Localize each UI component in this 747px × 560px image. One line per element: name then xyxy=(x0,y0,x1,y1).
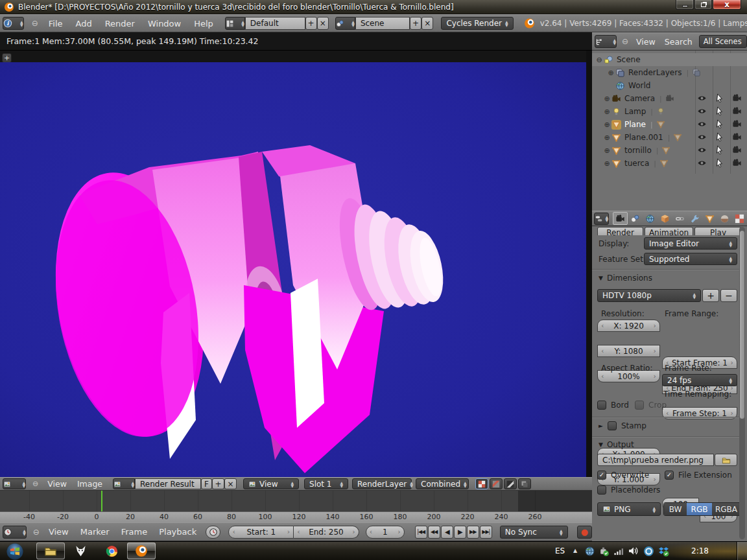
outliner-row-plane[interactable]: ⊕ Plane | xyxy=(592,118,747,131)
slot-dropdown[interactable]: Slot 1▲▼ xyxy=(304,478,348,489)
outliner-row-renderlayers[interactable]: ⊕ RenderLayers | xyxy=(592,66,747,79)
close-button[interactable]: x xyxy=(713,0,741,10)
image-menu-view[interactable]: View xyxy=(47,479,67,489)
scene-icon-button[interactable]: ▲▼ xyxy=(335,17,355,30)
channel-z-button[interactable] xyxy=(518,478,531,489)
current-frame-field[interactable]: 1 xyxy=(366,526,405,539)
show-hidden-icons-button[interactable]: ▲ xyxy=(573,548,577,554)
outliner-row-tornillo[interactable]: ⊕ tornillo | xyxy=(592,144,747,157)
menu-help[interactable]: Help xyxy=(194,19,213,29)
selectability-cursor-icon[interactable] xyxy=(715,106,724,116)
scrollbar-thumb[interactable] xyxy=(740,231,744,419)
image-datablock-field[interactable]: Render Result xyxy=(135,478,201,489)
taskbar-blender-button[interactable] xyxy=(127,542,156,559)
timeline-ruler[interactable]: -40 -20 0 20 40 60 80 100 120 140 160 18… xyxy=(0,511,592,522)
tab-modifiers[interactable] xyxy=(687,212,702,225)
output-panel-header[interactable]: ▼ Output xyxy=(599,440,634,449)
editor-divider[interactable] xyxy=(586,51,592,477)
tray-signal-icon[interactable] xyxy=(613,546,624,556)
rgb-button[interactable]: RGB xyxy=(687,503,712,515)
channel-color-alpha-button[interactable] xyxy=(475,478,488,489)
editor-type-button[interactable]: ▲▼ xyxy=(3,478,26,489)
crop-checkbox[interactable] xyxy=(635,401,644,410)
outliner-row-tuerca[interactable]: ⊕ tuerca | xyxy=(592,157,747,170)
editor-type-button[interactable]: ▲▼ xyxy=(595,35,617,48)
delete-scene-button[interactable]: × xyxy=(421,17,433,30)
start-frame-field[interactable]: Start: 1 xyxy=(228,526,294,539)
render-preset-dropdown[interactable]: HDTV 1080p▲▼ xyxy=(597,289,701,302)
placeholders-checkbox-row[interactable]: Placeholders xyxy=(597,485,660,495)
end-frame-field[interactable]: End: 250 xyxy=(294,526,359,539)
taskbar-fox-icon[interactable] xyxy=(75,545,87,557)
tray-speaker-icon[interactable] xyxy=(628,546,638,556)
fake-user-button[interactable]: F xyxy=(201,478,212,489)
add-preset-button[interactable]: + xyxy=(702,289,719,302)
render-restrict-icon[interactable] xyxy=(732,93,742,103)
show-desktop-button[interactable] xyxy=(737,542,747,560)
display-dropdown[interactable]: Image Editor▲▼ xyxy=(644,237,737,250)
new-image-button[interactable]: + xyxy=(212,478,224,489)
visibility-eye-icon[interactable] xyxy=(697,106,707,116)
tab-scene[interactable] xyxy=(628,212,643,225)
render-restrict-icon[interactable] xyxy=(732,158,742,168)
timeline-menu-frame[interactable]: Frame xyxy=(121,527,148,537)
frame-rate-dropdown[interactable]: 24 fps▲▼ xyxy=(662,374,737,386)
restore-button[interactable] xyxy=(694,0,712,10)
collapse-menus-icon[interactable]: ⊖ xyxy=(33,528,40,537)
expand-icon[interactable]: ⊕ xyxy=(602,121,611,129)
tab-material[interactable] xyxy=(717,212,732,225)
stamp-checkbox[interactable] xyxy=(608,421,617,430)
image-menu-image[interactable]: Image xyxy=(77,479,102,489)
jump-to-end-button[interactable]: ▶▶| xyxy=(480,526,492,539)
render-button[interactable]: Render xyxy=(597,227,643,235)
feature-set-dropdown[interactable]: Supported▲▼ xyxy=(644,253,737,265)
outliner-row-plane001[interactable]: ⊕ Plane.001 | xyxy=(592,131,747,144)
visibility-eye-icon[interactable] xyxy=(697,158,707,168)
timeline-menu-view[interactable]: View xyxy=(49,527,69,537)
timeline-tracks[interactable] xyxy=(0,491,592,511)
current-frame-marker[interactable] xyxy=(101,491,102,511)
remove-preset-button[interactable]: − xyxy=(720,289,737,302)
outliner-menu-view[interactable]: View xyxy=(636,37,656,47)
play-reverse-button[interactable]: ◀ xyxy=(441,526,453,539)
delete-layout-button[interactable]: × xyxy=(317,17,329,30)
timeline-menu-playback[interactable]: Playback xyxy=(159,527,196,537)
overwrite-checkbox-row[interactable]: ✓ Overwrite xyxy=(597,471,649,480)
collapse-menus-icon[interactable]: ⊖ xyxy=(32,480,38,488)
stamp-panel-header[interactable]: ► Stamp xyxy=(599,421,646,430)
unlink-image-button[interactable]: × xyxy=(224,478,237,489)
expand-icon[interactable]: ⊕ xyxy=(602,146,611,155)
tray-dropbox-icon[interactable] xyxy=(658,546,669,557)
play-button[interactable]: Play xyxy=(694,227,742,235)
resolution-y-field[interactable]: Y: 1080 xyxy=(597,345,660,357)
autokey-record-button[interactable]: ● xyxy=(577,526,592,539)
preview-range-button[interactable] xyxy=(206,526,220,539)
image-datablock-icon-button[interactable]: ▲▼ xyxy=(113,478,135,489)
expand-icon[interactable]: ⊕ xyxy=(602,95,611,103)
expand-icon[interactable]: ⊖ xyxy=(595,56,604,64)
tray-network-globe-icon[interactable] xyxy=(584,546,595,557)
clock[interactable]: 2:18 xyxy=(691,546,709,555)
tab-object-data[interactable] xyxy=(702,212,717,225)
screen-layout-field[interactable]: Default xyxy=(245,17,305,30)
add-layout-button[interactable]: + xyxy=(305,17,317,30)
selectability-cursor-icon[interactable] xyxy=(715,145,724,155)
editor-type-button[interactable]: ▲▼ xyxy=(594,213,609,225)
view-mode-dropdown[interactable]: View ▲▼ xyxy=(243,478,299,489)
properties-scrollbar[interactable] xyxy=(739,227,745,539)
render-engine-dropdown[interactable]: Cycles Render ▲▼ xyxy=(441,17,513,30)
channel-color-button[interactable] xyxy=(490,478,503,489)
expand-icon[interactable]: ⊕ xyxy=(602,159,611,168)
animation-button[interactable]: Animation xyxy=(645,227,693,235)
tab-render[interactable] xyxy=(613,212,628,225)
outliner-row-camera[interactable]: ⊕ Camera | xyxy=(592,92,747,105)
taskbar-chrome-icon[interactable] xyxy=(106,545,118,557)
start-button[interactable] xyxy=(6,542,24,560)
resolution-x-field[interactable]: X: 1920 xyxy=(597,320,660,332)
scene-field[interactable]: Scene xyxy=(355,17,410,30)
menu-window[interactable]: Window xyxy=(148,19,181,29)
render-layer-dropdown[interactable]: RenderLayer▲▼ xyxy=(352,478,412,489)
channel-alpha-button[interactable] xyxy=(504,478,517,489)
taskbar-explorer-button[interactable] xyxy=(36,542,65,559)
region-expand-button[interactable]: + xyxy=(2,53,12,63)
